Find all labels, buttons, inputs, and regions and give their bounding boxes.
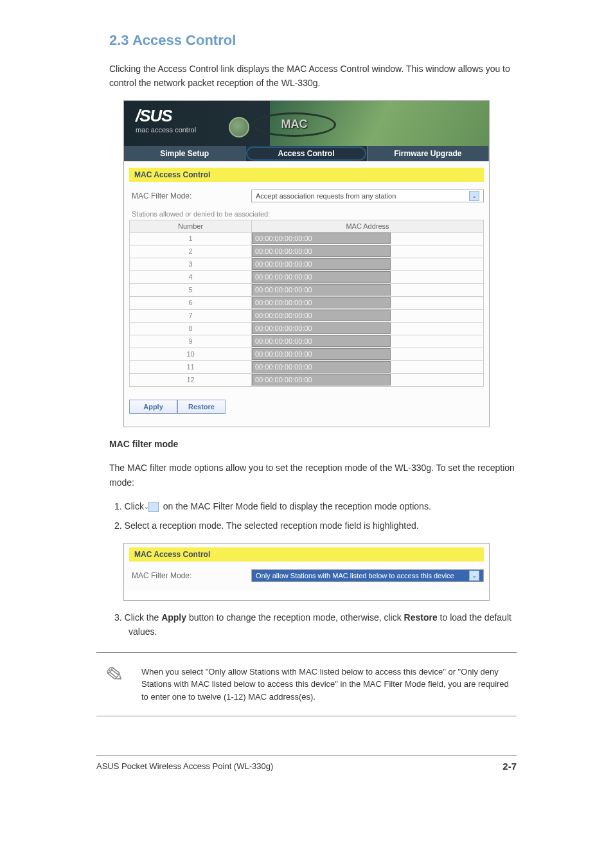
page-footer: ASUS Pocket Wireless Access Point (WL-33… bbox=[96, 755, 517, 772]
mac-address-input[interactable]: 00:00:00:00:00:00 bbox=[252, 245, 391, 257]
mac-address-cell: 00:00:00:00:00:00 bbox=[252, 232, 484, 245]
mac-filter-mode-select-highlighted[interactable]: Only allow Stations with MAC listed belo… bbox=[251, 569, 484, 582]
table-row: 300:00:00:00:00:00 bbox=[130, 258, 484, 270]
mac-address-input[interactable]: 00:00:00:00:00:00 bbox=[252, 310, 391, 321]
row-number: 5 bbox=[130, 283, 252, 296]
row-number: 1 bbox=[130, 232, 252, 245]
row-number: 12 bbox=[130, 373, 252, 386]
select-value: Accept association requests from any sta… bbox=[256, 192, 396, 200]
mac-address-cell: 00:00:00:00:00:00 bbox=[252, 335, 484, 348]
table-row: 800:00:00:00:00:00 bbox=[130, 322, 484, 335]
chevron-down-icon[interactable]: ⌄ bbox=[469, 191, 479, 201]
mac-filter-mode-row-2: MAC Filter Mode: Only allow Stations wit… bbox=[129, 569, 484, 582]
row-number: 8 bbox=[130, 322, 252, 335]
apply-button[interactable]: Apply bbox=[129, 400, 177, 414]
intro-paragraph: Clicking the Access Control link display… bbox=[109, 62, 517, 91]
mac-filter-mode-label-2: MAC Filter Mode: bbox=[129, 571, 251, 580]
mac-address-input[interactable]: 00:00:00:00:00:00 bbox=[252, 374, 391, 385]
mac-address-input[interactable]: 00:00:00:00:00:00 bbox=[252, 361, 391, 373]
section-title: 2.3 Access Control bbox=[109, 32, 574, 49]
tab-access-control[interactable]: Access Control bbox=[245, 146, 367, 161]
mac-address-input[interactable]: 00:00:00:00:00:00 bbox=[252, 258, 391, 270]
table-caption: Stations allowed or denied to be associa… bbox=[129, 210, 484, 218]
chevron-down-icon[interactable]: ⌄ bbox=[469, 571, 479, 581]
content-area: MAC Access Control MAC Filter Mode: Acce… bbox=[124, 161, 489, 427]
mac-address-cell: 00:00:00:00:00:00 bbox=[252, 283, 484, 296]
mac-filter-mode-label: MAC Filter Mode: bbox=[129, 191, 251, 200]
table-row: 600:00:00:00:00:00 bbox=[130, 296, 484, 309]
mac-address-input[interactable]: 00:00:00:00:00:00 bbox=[252, 335, 391, 347]
table-row: 200:00:00:00:00:00 bbox=[130, 245, 484, 258]
mac-address-cell: 00:00:00:00:00:00 bbox=[252, 360, 484, 373]
table-row: 400:00:00:00:00:00 bbox=[130, 270, 484, 283]
mac-address-cell: 00:00:00:00:00:00 bbox=[252, 348, 484, 360]
chevron-down-icon: ⌄ bbox=[148, 502, 159, 512]
footer-product-name: ASUS Pocket Wireless Access Point (WL-33… bbox=[96, 761, 273, 771]
table-row: 1000:00:00:00:00:00 bbox=[130, 348, 484, 360]
tab-simple-setup[interactable]: Simple Setup bbox=[124, 146, 245, 161]
content-area-2: MAC Access Control MAC Filter Mode: Only… bbox=[124, 544, 489, 591]
mac-address-cell: 00:00:00:00:00:00 bbox=[252, 322, 484, 335]
mac-address-cell: 00:00:00:00:00:00 bbox=[252, 296, 484, 309]
row-number: 3 bbox=[130, 258, 252, 270]
tab-row: Simple Setup Access Control Firmware Upg… bbox=[124, 146, 489, 161]
table-row: 1200:00:00:00:00:00 bbox=[130, 373, 484, 386]
mac-filter-mode-select[interactable]: Accept association requests from any sta… bbox=[251, 190, 484, 202]
table-row: 700:00:00:00:00:00 bbox=[130, 309, 484, 322]
row-number: 2 bbox=[130, 245, 252, 258]
footer-page-number: 2-7 bbox=[502, 761, 517, 772]
table-row: 100:00:00:00:00:00 bbox=[130, 232, 484, 245]
row-number: 9 bbox=[130, 335, 252, 348]
mac-address-input[interactable]: 00:00:00:00:00:00 bbox=[252, 233, 391, 244]
tab-firmware-upgrade[interactable]: Firmware Upgrade bbox=[368, 146, 489, 161]
mac-address-input[interactable]: 00:00:00:00:00:00 bbox=[252, 348, 391, 360]
col-header-mac: MAC Address bbox=[252, 220, 484, 232]
button-row: Apply Restore bbox=[129, 400, 484, 420]
section-heading-bar-2: MAC Access Control bbox=[129, 547, 484, 562]
row-number: 4 bbox=[130, 270, 252, 283]
section-heading-bar: MAC Access Control bbox=[129, 168, 484, 182]
row-number: 7 bbox=[130, 309, 252, 322]
mfm-step-3: 3. Click the Apply button to change the … bbox=[129, 610, 517, 639]
note-text: When you select "Only allow Stations wit… bbox=[129, 662, 517, 707]
mfm-paragraph-1: The MAC filter mode options allow you to… bbox=[109, 461, 517, 490]
mfm-step-1: 1. Click ⌄ on the MAC Filter Mode field … bbox=[129, 499, 517, 513]
mac-filter-mode-row: MAC Filter Mode: Accept association requ… bbox=[129, 190, 484, 202]
row-number: 6 bbox=[130, 296, 252, 309]
note-block: ✎ When you select "Only allow Stations w… bbox=[96, 652, 517, 717]
screenshot-mac-access-control: /SUS mac access control MAC Simple Setup… bbox=[123, 100, 490, 427]
select-value-highlighted: Only allow Stations with MAC listed belo… bbox=[256, 572, 454, 580]
mac-address-input[interactable]: 00:00:00:00:00:00 bbox=[252, 271, 391, 283]
note-pencil-icon: ✎ bbox=[93, 659, 131, 693]
mac-address-input[interactable]: 00:00:00:00:00:00 bbox=[252, 297, 391, 308]
row-number: 10 bbox=[130, 348, 252, 360]
mac-address-cell: 00:00:00:00:00:00 bbox=[252, 309, 484, 322]
screenshot-mac-filter-highlighted: MAC Access Control MAC Filter Mode: Only… bbox=[123, 543, 490, 601]
mac-badge-icon: MAC bbox=[253, 112, 336, 137]
restore-button[interactable]: Restore bbox=[177, 400, 226, 414]
mac-address-cell: 00:00:00:00:00:00 bbox=[252, 245, 484, 258]
mac-address-input[interactable]: 00:00:00:00:00:00 bbox=[252, 284, 391, 296]
mac-address-cell: 00:00:00:00:00:00 bbox=[252, 270, 484, 283]
table-row: 1100:00:00:00:00:00 bbox=[130, 360, 484, 373]
mac-address-cell: 00:00:00:00:00:00 bbox=[252, 258, 484, 270]
mac-filter-mode-heading: MAC filter mode bbox=[109, 437, 517, 451]
table-row: 500:00:00:00:00:00 bbox=[130, 283, 484, 296]
header-banner: /SUS mac access control MAC bbox=[124, 101, 489, 146]
mfm-step-2: 2. Select a reception mode. The selected… bbox=[129, 518, 517, 533]
row-number: 11 bbox=[130, 360, 252, 373]
mac-address-cell: 00:00:00:00:00:00 bbox=[252, 373, 484, 386]
stations-table: Number MAC Address 100:00:00:00:00:00200… bbox=[129, 220, 484, 387]
table-row: 900:00:00:00:00:00 bbox=[130, 335, 484, 348]
col-header-number: Number bbox=[130, 220, 252, 232]
mac-address-input[interactable]: 00:00:00:00:00:00 bbox=[252, 323, 391, 334]
